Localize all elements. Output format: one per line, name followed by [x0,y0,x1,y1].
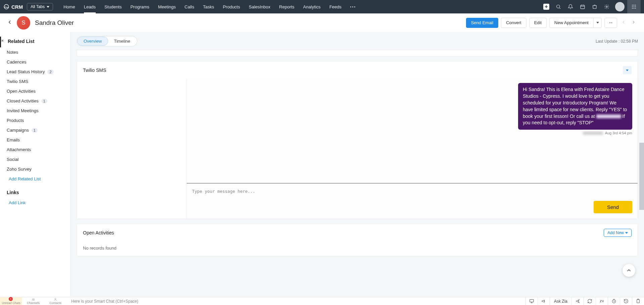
bottom-tab-unread[interactable]: 1 Unread Chats [0,297,22,305]
apps-menu[interactable] [627,0,641,13]
bottom-tab-channels[interactable]: Channels [22,297,44,305]
nav-tasks[interactable]: Tasks [198,0,218,13]
sidebar-item-notes[interactable]: Notes [0,47,70,57]
sms-input[interactable] [192,189,632,196]
nav-products[interactable]: Products [219,0,244,13]
calendar-button[interactable] [577,1,588,12]
sidebar-item-closed-activities[interactable]: Closed Activities1 [0,96,70,106]
bb-ico-3[interactable] [596,297,608,305]
marketplace-button[interactable] [589,1,600,12]
nav-students[interactable]: Students [100,0,126,13]
sidebar-item-cadences[interactable]: Cadences [0,57,70,67]
sms-message-out: Hi Sandra! This is Elena with Fred Astai… [518,83,632,130]
bb-ico-5[interactable] [620,297,632,305]
svg-point-14 [33,299,34,300]
all-tabs-dropdown[interactable]: All Tabs [27,3,53,10]
contacts-icon [53,298,58,301]
new-appointment-button[interactable]: New Appointment [549,18,594,28]
last-update: Last Update : 02:58 PM [596,39,638,44]
sidebar-item-emails[interactable]: Emails [0,135,70,145]
more-actions-button[interactable] [604,18,617,28]
record-header: S Sandra Oliver Send Email Convert Edit … [0,13,644,32]
redacted-phone [596,115,621,118]
send-email-button[interactable]: Send Email [466,18,498,28]
sms-compose: Send [187,183,638,219]
convert-button[interactable]: Convert [501,18,526,28]
sidebar-item-lead-status-history[interactable]: Lead Status History2 [0,67,70,77]
crm-logo[interactable]: CRM [3,4,23,10]
sidebar-item-label: Notes [7,50,18,55]
tab-timeline[interactable]: Timeline [108,37,136,45]
twilio-options-button[interactable] [623,66,632,74]
add-link[interactable]: Add Link [0,198,70,208]
sms-messages[interactable]: Hi Sandra! This is Elena with Fred Astai… [187,79,638,183]
prev-record[interactable] [620,20,627,26]
sidebar-item-attachments[interactable]: Attachments [0,145,70,155]
sidebar-item-twilio-sms[interactable]: Twilio SMS [0,77,70,86]
settings-button[interactable] [601,1,612,12]
sidebar-item-invited-meetings[interactable]: Invited Meetings [0,106,70,116]
sidebar-item-label: Attachments [7,147,31,152]
bb-chat-button[interactable] [525,297,538,305]
add-button[interactable]: + [541,1,552,12]
svg-point-5 [634,5,635,6]
nav-leads[interactable]: Leads [80,0,100,13]
user-avatar[interactable] [615,2,625,11]
new-appointment-caret[interactable] [594,18,602,28]
bb-ico-1[interactable] [571,297,584,305]
sidebar-item-label: Products [7,118,24,123]
nav-home[interactable]: Home [59,0,80,13]
add-new-activity[interactable]: Add New [604,229,632,237]
svg-rect-2 [581,5,585,9]
sidebar-item-social[interactable]: Social [0,155,70,164]
nav-calls[interactable]: Calls [180,0,199,13]
bb-ico-4[interactable] [608,297,620,305]
sidebar-item-label: Closed Activities [7,98,39,103]
ask-zia-button[interactable]: Ask Zia [550,297,571,305]
nav-reports[interactable]: Reports [275,0,299,13]
svg-point-10 [632,8,633,9]
chevron-down-icon [47,6,49,8]
new-appointment-split: New Appointment [549,18,602,28]
add-new-label: Add New [607,230,624,235]
next-record[interactable] [630,20,637,26]
last-update-time: 02:58 PM [621,39,638,44]
nav-feeds[interactable]: Feeds [325,0,346,13]
sidebar-badge: 1 [41,99,47,103]
nav-analytics[interactable]: Analytics [299,0,325,13]
search-button[interactable] [553,1,564,12]
bb-ico-2[interactable] [584,297,596,305]
sms-left-panel [77,79,187,219]
collapse-icon [1,39,5,42]
open-activities-card: Open Activities Add New No records found [77,224,638,256]
bb-ico-6[interactable] [632,297,644,305]
add-related-list-link[interactable]: Add Related List [0,174,70,184]
sidebar-item-label: Open Activities [7,89,36,94]
edit-button[interactable]: Edit [529,18,547,28]
back-button[interactable] [7,19,13,27]
nav-programs[interactable]: Programs [126,0,153,13]
svg-point-15 [55,298,56,300]
chevron-right-icon [631,20,636,25]
nav-meetings[interactable]: Meetings [154,0,180,13]
bb-announce-button[interactable] [538,297,550,305]
main-scrollbar[interactable] [639,143,644,210]
scroll-to-top[interactable] [623,264,635,277]
nav-more[interactable] [346,6,360,7]
clipboard-icon [636,299,641,304]
chevron-left-icon [621,20,626,25]
notifications-button[interactable] [565,1,576,12]
nav-salesinbox[interactable]: SalesInbox [244,0,275,13]
sidebar-collapse[interactable] [1,38,5,44]
sms-send-button[interactable]: Send [594,201,632,213]
sidebar-item-products[interactable]: Products [0,116,70,125]
sidebar-item-label: Emails [7,137,20,142]
sidebar-item-zoho-survey[interactable]: Zoho Survey [0,164,70,174]
tab-overview[interactable]: Overview [77,37,108,46]
sidebar-item-campaigns[interactable]: Campaigns1 [0,125,70,135]
bottom-tab-contacts[interactable]: Contacts [44,297,66,305]
smart-chat-hint[interactable]: Here is your Smart Chat (Ctrl+Space) [71,299,138,304]
za-icon [599,299,604,304]
sidebar-item-open-activities[interactable]: Open Activities [0,86,70,96]
bottombar: 1 Unread Chats Channels Contacts Here is… [0,297,644,305]
